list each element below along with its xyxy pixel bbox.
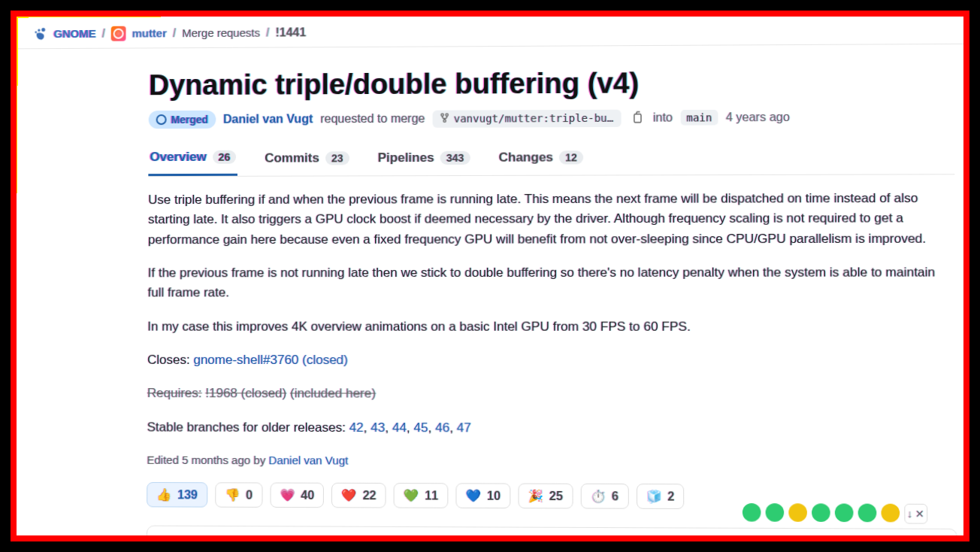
pipeline-text-suffix: passed with warnings: [363, 541, 479, 541]
svg-rect-6: [634, 114, 641, 123]
reaction-count: 10: [487, 489, 501, 502]
reaction-button[interactable]: 🧊2: [636, 484, 684, 509]
desc-p2: If the previous frame is not running lat…: [147, 262, 955, 303]
reaction-emoji-icon: ⏱️: [591, 489, 606, 503]
edited-prefix: Edited: [147, 453, 179, 466]
reaction-emoji-icon: 🎉: [528, 489, 543, 503]
stage-pass-icon[interactable]: [835, 504, 854, 523]
breadcrumb-project[interactable]: mutter: [132, 26, 167, 39]
breadcrumb: GNOME / mutter / Merge requests / !1441: [18, 12, 969, 49]
request-phrase: requested to merge: [320, 112, 425, 126]
edited-by-word: by: [253, 453, 265, 466]
mutter-project-icon: [111, 26, 126, 41]
stage-pass-icon[interactable]: [743, 503, 761, 522]
status-badge: Merged: [149, 111, 216, 129]
stable-branch-link[interactable]: 45: [414, 420, 428, 435]
source-branch-text: vanvugt/mutter:triple-bu…: [454, 112, 614, 125]
reaction-emoji-icon: 👍: [156, 487, 171, 502]
reaction-count: 0: [246, 488, 253, 502]
requires-link[interactable]: !1968 (closed): [205, 387, 286, 401]
reaction-emoji-icon: 🧊: [646, 490, 661, 504]
pipeline-stage-icons: ↓ ✕: [743, 503, 927, 524]
requires-label: Requires:: [147, 386, 202, 400]
tab-count: 26: [213, 150, 237, 164]
gnome-logo-icon: [32, 26, 48, 42]
tabs: Overview 26 Commits 23 Pipelines 343 Cha…: [148, 147, 954, 177]
stage-warn-icon[interactable]: [881, 504, 900, 523]
stable-branch-link[interactable]: 47: [457, 420, 471, 435]
stable-label: Stable branches for older releases:: [147, 420, 346, 435]
warning-icon: !: [161, 538, 177, 541]
source-branch-pill[interactable]: vanvugt/mutter:triple-bu…: [433, 109, 622, 127]
reaction-emoji-icon: 💙: [466, 489, 481, 503]
pipeline-text-prefix: Merge request pipeline: [186, 540, 310, 541]
stable-branch-link[interactable]: 46: [435, 420, 449, 435]
reaction-count: 25: [549, 490, 563, 503]
reaction-count: 22: [363, 489, 377, 502]
svg-point-0: [41, 27, 45, 31]
stable-branch-list: 42, 43, 44, 45, 46, 47: [349, 420, 471, 435]
reaction-button[interactable]: 👎0: [215, 483, 262, 508]
pipeline-id-link[interactable]: #795088: [313, 541, 360, 541]
stable-branch-link[interactable]: 42: [349, 420, 364, 435]
stage-pass-icon[interactable]: [766, 503, 785, 522]
svg-point-5: [443, 120, 446, 122]
created-time: 4 years ago: [726, 111, 790, 125]
tab-label: Overview: [150, 150, 206, 165]
stable-branch-link[interactable]: 43: [371, 420, 385, 435]
pipeline-status-box: ! Merge request pipeline #795088 passed …: [147, 526, 957, 541]
page-title: Dynamic triple/double buffering (v4): [149, 65, 954, 102]
stage-warn-icon[interactable]: [788, 503, 807, 522]
reaction-button[interactable]: ❤️22: [331, 483, 386, 508]
tab-overview[interactable]: Overview 26: [148, 150, 237, 176]
reaction-button[interactable]: 🎉25: [518, 484, 573, 509]
separator-icon: /: [101, 26, 105, 40]
requires-tail: (included here): [290, 387, 376, 401]
svg-point-2: [35, 31, 37, 33]
reaction-button[interactable]: 💙10: [455, 484, 510, 509]
reaction-button[interactable]: ⏱️6: [580, 484, 628, 509]
tab-count: 12: [559, 150, 583, 164]
status-row: Merged Daniel van Vugt requested to merg…: [149, 108, 954, 129]
copy-branch-button[interactable]: [628, 110, 645, 126]
reaction-emoji-icon: ❤️: [341, 488, 356, 502]
reaction-count: 11: [425, 489, 438, 502]
tab-pipelines[interactable]: Pipelines 343: [377, 149, 472, 176]
tab-commits[interactable]: Commits 23: [263, 149, 351, 175]
tab-count: 343: [440, 150, 470, 164]
into-word: into: [653, 111, 673, 124]
author-link[interactable]: Daniel van Vugt: [223, 112, 313, 126]
breadcrumb-section[interactable]: Merge requests: [182, 26, 260, 40]
svg-point-1: [38, 29, 40, 31]
reaction-emoji-icon: 👎: [225, 488, 240, 502]
breadcrumb-root[interactable]: GNOME: [53, 27, 95, 40]
svg-point-3: [441, 114, 443, 116]
separator-icon: /: [266, 26, 270, 39]
stage-pass-icon[interactable]: [812, 503, 830, 522]
closes-label: Closes:: [147, 353, 190, 367]
reaction-button[interactable]: 💚11: [394, 483, 449, 508]
desc-p3: In my case this improves 4K overview ani…: [147, 317, 956, 337]
reaction-emoji-icon: 💗: [280, 488, 295, 502]
tab-label: Changes: [499, 150, 553, 165]
edited-by-link[interactable]: Daniel van Vugt: [268, 453, 348, 466]
reaction-button[interactable]: 💗40: [270, 483, 324, 508]
edited-time: 5 months ago: [182, 453, 250, 466]
stage-pass-icon[interactable]: [858, 504, 877, 523]
desc-p1: Use triple buffering if and when the pre…: [148, 189, 955, 250]
breadcrumb-mr-id: !1441: [275, 26, 306, 39]
status-label: Merged: [171, 114, 209, 126]
stable-branch-link[interactable]: 44: [392, 420, 407, 435]
reaction-count: 139: [177, 488, 198, 502]
tab-changes[interactable]: Changes 12: [498, 148, 585, 175]
merge-icon: [156, 114, 167, 125]
description: Use triple buffering if and when the pre…: [147, 189, 957, 472]
fork-icon: [440, 112, 449, 125]
svg-point-4: [446, 114, 448, 116]
expand-stages-button[interactable]: ↓ ✕: [904, 504, 927, 524]
reaction-button[interactable]: 👍139: [147, 482, 207, 508]
reaction-emoji-icon: 💚: [404, 489, 419, 503]
separator-icon: /: [173, 26, 177, 40]
closes-link[interactable]: gnome-shell#3760 (closed): [193, 353, 348, 367]
target-branch-chip[interactable]: main: [680, 110, 718, 125]
